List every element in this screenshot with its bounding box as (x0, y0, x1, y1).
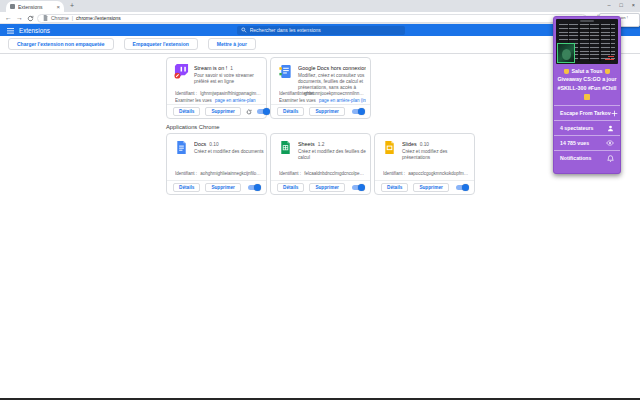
details-button[interactable]: Détails (381, 183, 408, 192)
app-id-line: Identifiant : aohghmighlieiainnegkcijnfi… (175, 171, 262, 176)
load-unpacked-button[interactable]: Charger l'extension non empaquetée (8, 38, 114, 50)
browser-window: Extensions × + – □ × ← → Chrome | chrome… (0, 0, 640, 400)
status-line-1: Salut a Tous (556, 67, 618, 75)
menu-row-notifications[interactable]: Notifications (554, 150, 620, 165)
enable-toggle[interactable] (257, 109, 269, 114)
reload-extension-icon[interactable] (246, 109, 252, 115)
app-card-docs: Docs 0.10 Créez et modifiez des document… (166, 133, 267, 195)
app-title-row: Slides 0.10 (402, 141, 470, 147)
url-site-label: Chrome (51, 15, 69, 21)
extension-id-line: Identifiant : lghnmjwpasinfhlnigpwnagima… (175, 91, 262, 96)
id-value: felcaaldnbdncclmgdcncolpebgiejap (304, 171, 366, 176)
app-name: Docs (194, 141, 206, 147)
footer-right (352, 185, 364, 190)
developer-toolbar: Charger l'extension non empaquetée Empaq… (8, 38, 256, 50)
url-text: chrome://extensions (76, 15, 121, 21)
apps-section-title: Applications Chrome (166, 124, 220, 130)
google-docs-icon (174, 140, 189, 155)
address-bar[interactable]: Chrome | chrome://extensions (37, 14, 587, 23)
app-description: Créez et modifiez des feuilles de calcul (298, 149, 368, 161)
tab-extensions[interactable]: Extensions × (6, 1, 64, 12)
extensions-favicon-icon (10, 4, 15, 9)
app-version: 1.2 (318, 142, 325, 147)
menu-label: 4 spectateurs (560, 125, 593, 131)
enable-toggle[interactable] (456, 185, 468, 190)
streamer-face (562, 49, 571, 60)
raising-hands-icon (584, 94, 590, 100)
page-info-icon[interactable] (43, 15, 48, 21)
id-label: Identifiant : (383, 171, 405, 176)
app-id-line: Identifiant : aapocclcgogkmnckokdopfmhon… (383, 171, 470, 176)
extension-card-stream-is-on: Stream is on ! 1 Pour savoir si votre st… (166, 57, 267, 119)
pack-extension-button[interactable]: Empaqueter l'extension (124, 38, 198, 50)
search-icon (241, 27, 247, 33)
reload-button[interactable] (27, 15, 34, 22)
enable-toggle[interactable] (352, 109, 364, 114)
card-footer: Détails Supprimer (271, 180, 370, 194)
card-footer: Détails Supprimer (375, 180, 474, 194)
remove-button[interactable]: Supprimer (309, 183, 344, 192)
tab-close-icon[interactable]: × (56, 4, 60, 10)
details-button[interactable]: Détails (173, 107, 200, 116)
extensions-header: Extensions (0, 24, 640, 36)
stream-popup: Salut a Tous Giveaway CS:GO a jour #SKIL… (553, 16, 621, 174)
search-input[interactable] (250, 27, 401, 33)
id-value: lghnmjwpasinfhlnigpwnagimaiodo (200, 91, 262, 96)
minimize-button[interactable]: – (607, 3, 610, 9)
hamburger-menu-icon[interactable] (7, 28, 14, 34)
details-button[interactable]: Détails (277, 107, 304, 116)
back-button[interactable]: ← (5, 14, 12, 21)
background-page-link[interactable]: page en arrière-plan (inactive) (319, 98, 366, 103)
details-button[interactable]: Détails (173, 183, 200, 192)
enable-toggle[interactable] (352, 185, 364, 190)
extension-id-line: Identifiant : ghbmnnjooekpmoecnnnilnnbdl… (279, 91, 366, 96)
app-description: Créez et modifiez des présentations (402, 149, 472, 161)
footer-right (248, 185, 260, 190)
app-description: Créez et modifiez des documents (194, 149, 264, 155)
card-footer: Détails Supprimer (167, 104, 266, 118)
extension-title-row: Google Docs hors connexion 1.9 (298, 65, 366, 71)
id-value: ghbmnnjooekpmoecnnnilnnbdlolhkhi (304, 91, 366, 96)
background-page-link[interactable]: page en arrière-plan (215, 98, 256, 103)
hamburger-bars (7, 28, 14, 34)
remove-button[interactable]: Supprimer (205, 107, 240, 116)
app-title-row: Docs 0.10 (194, 141, 262, 147)
plus-icon[interactable] (611, 110, 618, 117)
reload-icon (27, 15, 34, 22)
status-line-3: #SKILL-300 #Fun #Chill (556, 84, 618, 92)
forward-button[interactable]: → (16, 14, 23, 21)
maximize-button[interactable]: □ (619, 3, 622, 9)
id-label: Identifiant : (175, 171, 197, 176)
person-icon (607, 125, 614, 132)
url-separator: | (72, 15, 73, 21)
extensions-search[interactable] (237, 26, 405, 35)
inspect-views-line: Examiner les vues page en arrière-plan (… (279, 98, 366, 103)
tab-title: Extensions (18, 4, 56, 10)
app-id-line: Identifiant : felcaaldnbdncclmgdcncolpeb… (279, 171, 366, 176)
extension-description: Pour savoir si votre streamer préféré es… (194, 73, 264, 85)
extension-name: Google Docs hors connexion (298, 65, 366, 71)
remove-button[interactable]: Supprimer (309, 107, 344, 116)
enable-toggle[interactable] (248, 185, 260, 190)
details-button[interactable]: Détails (277, 183, 304, 192)
remove-button[interactable]: Supprimer (205, 183, 240, 192)
stream-menu: Escape From Tarkov 4 spectateurs 14 785 … (554, 105, 620, 165)
remove-button[interactable]: Supprimer (413, 183, 448, 192)
menu-row-views[interactable]: 14 785 vues (554, 135, 620, 150)
google-docs-offline-icon (278, 64, 293, 79)
eye-icon (606, 140, 614, 146)
app-card-slides: Slides 0.10 Créez et modifiez des présen… (374, 133, 475, 195)
bell-icon[interactable] (607, 155, 614, 162)
menu-row-game[interactable]: Escape From Tarkov (554, 105, 620, 120)
id-label: Identifiant : (175, 91, 197, 96)
extension-version: 1 (230, 66, 233, 71)
new-tab-button[interactable]: + (70, 2, 74, 9)
twitch-icon (174, 64, 189, 79)
close-button[interactable]: × (632, 3, 635, 9)
menu-row-viewers[interactable]: 4 spectateurs (554, 120, 620, 135)
webcam-overlay (557, 43, 575, 63)
update-button[interactable]: Mettre à jour (208, 38, 256, 50)
extension-card-docs-offline: Google Docs hors connexion 1.9 Modifiez,… (270, 57, 371, 119)
card-footer: Détails Supprimer (167, 180, 266, 194)
stream-thumbnail[interactable] (556, 19, 618, 64)
